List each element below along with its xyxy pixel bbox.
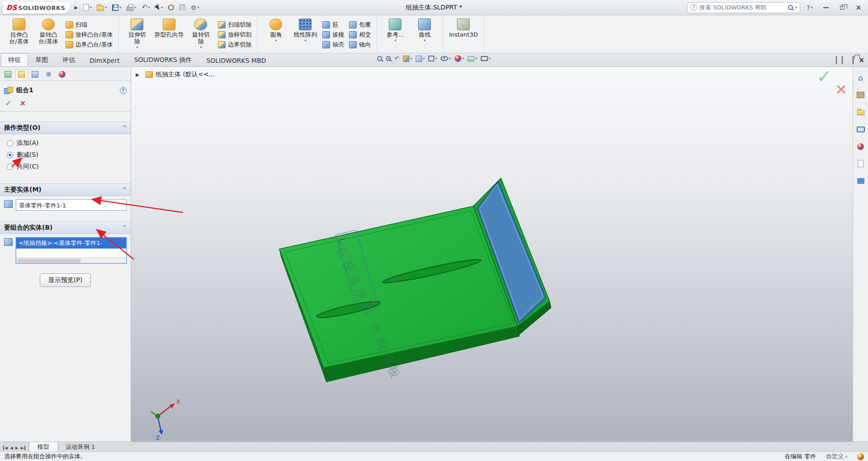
dimxpert-manager-tab[interactable]: ⊕ [42, 69, 55, 80]
revolved-cut-button[interactable]: 旋转切 除 ▾ [187, 17, 215, 52]
instant3d-button[interactable]: Instant3D [447, 17, 480, 52]
taskpane-file-explorer-button[interactable] [855, 107, 867, 118]
zoom-fit-button[interactable] [377, 56, 382, 61]
extruded-boss-button[interactable]: 拉伸凸 台/基体 [5, 17, 33, 52]
main-body-field[interactable]: 基体零件-零件1-1 [16, 199, 127, 211]
tab-dimxpert[interactable]: DimXpert [82, 54, 127, 66]
apply-scene-button[interactable]: ▾ [467, 56, 477, 61]
operation-type-header[interactable]: 操作类型(O) ^ [0, 122, 131, 134]
window-split-button[interactable] [836, 56, 837, 64]
pm-ok-button[interactable]: ✓ [5, 99, 11, 107]
rebuild-button[interactable] [166, 4, 176, 11]
taskpane-home-button[interactable]: ⌂ [855, 72, 867, 83]
combine-bodies-list[interactable]: <纸抽挡板>-<基体零件-零件1- [16, 237, 127, 263]
restore-button[interactable] [835, 2, 849, 13]
fillet-button[interactable]: 圆角 ▾ [262, 17, 290, 52]
zoom-area-button[interactable] [386, 56, 391, 61]
radio-label: 共同(C) [17, 163, 39, 171]
confirm-cancel-icon[interactable]: × [835, 80, 847, 98]
confirm-ok-icon[interactable]: ✓ [816, 67, 832, 87]
menu-flyout-arrow[interactable]: ▶ [72, 5, 80, 10]
options-button[interactable]: ⚙▾ [189, 4, 201, 12]
help-button[interactable]: ?▾ [803, 2, 816, 13]
swept-boss-button[interactable]: 扫描 [64, 20, 114, 29]
scrollbar-thumb[interactable] [17, 259, 81, 263]
tab-sketch[interactable]: 草图 [28, 53, 55, 66]
tab-features[interactable]: 特征 [1, 53, 28, 66]
extruded-cut-button[interactable]: 拉伸切 除 ▾ [123, 17, 151, 52]
resources-ball-icon[interactable] [857, 453, 864, 460]
show-preview-button[interactable]: 显示预览(P) [40, 273, 91, 287]
model-canvas[interactable]: 右视基准面-纸抽挡板 X Z [131, 67, 853, 442]
motion-study-tab[interactable]: 运动算例 1 [58, 442, 103, 452]
mirror-button[interactable]: 镜向 [347, 40, 373, 49]
select-tool-button[interactable]: ▾ [154, 4, 165, 11]
boundary-boss-button[interactable]: 边界凸台/基体 [64, 40, 114, 49]
combine-bodies-header[interactable]: 要组合的实体(B) ^ [0, 221, 131, 234]
previous-view-button[interactable]: ↶ [394, 56, 399, 61]
section-view-button[interactable]: ▾ [403, 56, 412, 62]
customize-button[interactable]: 自定义 ▴ [826, 452, 847, 461]
taskpane-view-palette-button[interactable] [855, 124, 867, 135]
configuration-manager-tab[interactable] [29, 69, 41, 80]
intersect-button[interactable]: 相交 [347, 30, 373, 39]
doc-restore-button[interactable] [853, 56, 854, 64]
swept-cut-button[interactable]: 扫描切除 [216, 20, 253, 29]
draft-button[interactable]: 拔模 [321, 30, 346, 39]
curves-button[interactable]: 曲线 ▾ [410, 17, 439, 52]
tab-evaluate[interactable]: 评估 [55, 53, 82, 66]
property-manager-tab[interactable] [15, 69, 28, 80]
first-tab-button[interactable]: ◀ [3, 443, 8, 451]
reference-geometry-button[interactable]: 参考... ▾ [381, 17, 409, 52]
open-document-button[interactable]: ▾ [95, 4, 108, 12]
next-tab-button[interactable]: ▶ [15, 443, 19, 451]
lofted-cut-button[interactable]: 放样切割 [216, 30, 253, 39]
feature-tree-flyout-arrow[interactable]: ▶ [136, 72, 139, 78]
selected-body-item[interactable]: <纸抽挡板>-<基体零件-零件1- [16, 238, 126, 249]
boundary-cut-button[interactable]: 边界切除 [216, 40, 253, 49]
search-input[interactable] [699, 4, 786, 11]
view-orientation-button[interactable]: ▾ [415, 56, 425, 62]
revolved-boss-button[interactable]: 旋转凸 台/基体 [34, 17, 62, 52]
save-button[interactable]: ▾ [110, 4, 123, 12]
hole-wizard-button[interactable]: 异型孔向导 [152, 17, 185, 52]
wrap-button[interactable]: 包覆 [347, 20, 373, 29]
minimize-button[interactable] [819, 2, 833, 13]
file-properties-button[interactable] [178, 4, 187, 11]
print-button[interactable]: ▾ [125, 4, 138, 12]
pm-help-icon[interactable]: ? [120, 87, 127, 94]
model-tab[interactable]: 模型 [29, 442, 58, 452]
operation-common-radio[interactable]: 共同(C) [4, 161, 127, 173]
prev-tab-button[interactable]: ◀ [10, 443, 13, 451]
caret-down-icon: ▾ [424, 39, 425, 42]
lofted-boss-button[interactable]: 放样凸台/基体 [64, 30, 114, 39]
display-manager-tab[interactable] [56, 69, 68, 80]
last-tab-button[interactable]: ▶ [21, 443, 25, 451]
display-style-button[interactable]: ▾ [428, 56, 437, 61]
operation-subtract-radio[interactable]: 删减(S) [4, 149, 127, 161]
taskpane-design-library-button[interactable] [855, 89, 867, 100]
rib-button[interactable]: 筋 [321, 20, 346, 29]
taskpane-forum-button[interactable] [855, 175, 867, 186]
main-body-header[interactable]: 主要实体(M) ^ [0, 183, 131, 196]
hide-show-items-button[interactable]: ▾ [440, 56, 451, 61]
taskpane-custom-properties-button[interactable] [855, 158, 867, 169]
pm-cancel-button[interactable]: × [19, 99, 26, 107]
close-button[interactable]: × [852, 2, 865, 13]
graphics-viewport[interactable]: ▶ 纸抽主体 (默认<<... ✓ × [131, 67, 853, 442]
undo-button[interactable]: ↶▾ [140, 3, 152, 12]
shell-button[interactable]: 抽壳 [321, 40, 346, 49]
list-horizontal-scrollbar[interactable] [16, 257, 126, 263]
operation-add-radio[interactable]: 添加(A) [4, 137, 127, 149]
help-search-box[interactable]: ? ▾ [687, 2, 800, 13]
window-full-button[interactable] [842, 56, 843, 64]
tab-solidworks-addins[interactable]: SOLIDWORKS 插件 [127, 53, 199, 66]
feature-manager-tab[interactable] [2, 69, 14, 80]
view-settings-button[interactable]: ▾ [481, 56, 491, 61]
edit-appearance-button[interactable]: ▾ [454, 55, 464, 62]
viewport-breadcrumb[interactable]: 纸抽主体 (默认<<... [146, 71, 215, 79]
taskpane-appearances-button[interactable] [855, 141, 867, 152]
linear-pattern-button[interactable]: 线性阵列 ▾ [291, 17, 319, 52]
tab-solidworks-mbd[interactable]: SOLIDWORKS MBD [199, 54, 273, 66]
new-document-button[interactable]: ▾ [81, 3, 93, 12]
